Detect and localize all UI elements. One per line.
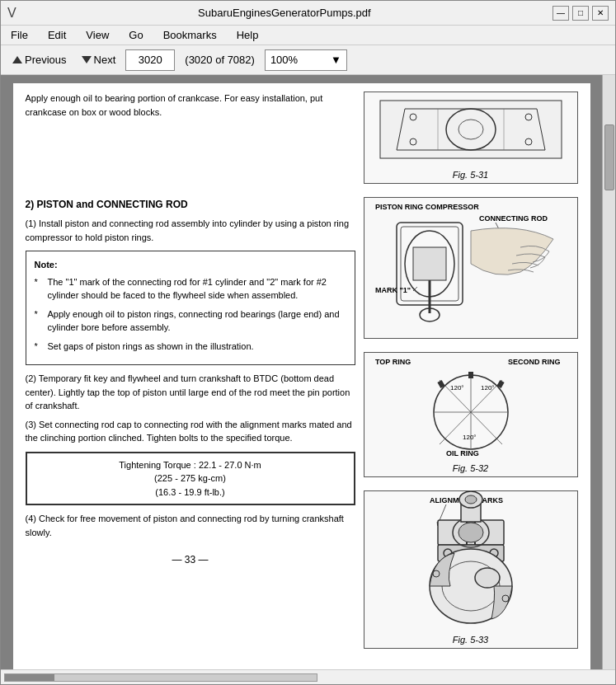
page-number-input[interactable] xyxy=(125,49,175,71)
section-2-heading: 2) PISTON and CONNECTING ROD xyxy=(26,197,355,212)
zoom-dropdown-arrow: ▼ xyxy=(331,54,341,66)
figure-31-box: Fig. 5-31 xyxy=(364,91,578,184)
svg-text:PISTON RING COMPRESSOR: PISTON RING COMPRESSOR xyxy=(375,203,479,211)
item-4-text: (4) Check for free movement of piston an… xyxy=(26,512,355,539)
title-bar: V SubaruEnginesGeneratorPumps.pdf — □ ✕ xyxy=(1,1,615,26)
menu-view[interactable]: View xyxy=(82,28,112,42)
fig-31-caption: Fig. 5-31 xyxy=(449,167,491,183)
bullet-3: * Set gaps of piston rings as shown in t… xyxy=(35,340,346,354)
note-box: Note: * The "1" mark of the connecting r… xyxy=(26,251,355,365)
fig-31-area: Fig. 5-31 xyxy=(364,91,578,190)
svg-point-52 xyxy=(475,568,500,588)
bullet-1: * The "1" mark of the connecting rod for… xyxy=(35,275,346,303)
horizontal-scroll-indicator[interactable] xyxy=(4,673,317,682)
scroll-thumb-vertical[interactable] xyxy=(604,124,614,190)
svg-text:TOP RING: TOP RING xyxy=(375,358,411,366)
menu-file[interactable]: File xyxy=(7,28,31,42)
svg-rect-15 xyxy=(413,247,446,280)
zoom-value: 100% xyxy=(270,54,298,66)
bullet-1-text: The "1" mark of the connecting rod for #… xyxy=(48,275,346,303)
top-section: Apply enough oil to bearing portion of c… xyxy=(26,91,578,190)
note-label: Note: xyxy=(35,258,346,272)
item-3-text: (3) Set connecting rod cap to connecting… xyxy=(26,418,355,445)
application-window: V SubaruEnginesGeneratorPumps.pdf — □ ✕ … xyxy=(0,0,616,685)
item-3: (3) Set connecting rod cap to connecting… xyxy=(26,418,355,445)
content-area: Apply enough oil to bearing portion of c… xyxy=(1,75,615,669)
svg-point-46 xyxy=(458,523,483,542)
app-icon: V xyxy=(7,6,16,21)
svg-text:120°: 120° xyxy=(450,384,464,392)
window-controls: — □ ✕ xyxy=(553,6,609,21)
svg-text:CONNECTING ROD: CONNECTING ROD xyxy=(479,214,548,223)
item-1-text: (1) Install piston and connecting rod as… xyxy=(26,217,355,244)
torque-line2: (225 - 275 kg-cm) xyxy=(35,472,346,486)
figure-33-box: ALIGNMENT MARKS xyxy=(364,490,578,649)
torque-line3: (16.3 - 19.9 ft-lb.) xyxy=(35,486,346,500)
figure-32-top-svg: PISTON RING COMPRESSOR CONNECTING ROD xyxy=(372,198,570,338)
figure-33-diagram: ALIGNMENT MARKS xyxy=(364,491,577,631)
figure-32-top-box: PISTON RING COMPRESSOR CONNECTING ROD xyxy=(364,197,578,339)
scroll-thumb-horizontal[interactable] xyxy=(5,674,54,681)
figure-32-bottom-box: TOP RING SECOND RING xyxy=(364,352,578,477)
minimize-button[interactable]: — xyxy=(553,6,569,21)
next-button[interactable]: Next xyxy=(77,51,121,68)
left-column: 2) PISTON and CONNECTING ROD (1) Install… xyxy=(26,197,355,655)
previous-icon xyxy=(12,56,22,63)
bullet-3-text: Set gaps of piston rings as shown in the… xyxy=(48,340,254,354)
top-left-text: Apply enough oil to bearing portion of c… xyxy=(26,91,355,190)
fig-33-caption: Fig. 5-33 xyxy=(449,631,491,648)
toolbar: Previous Next (3020 of 7082) 100% ▼ xyxy=(1,45,615,75)
menu-edit[interactable]: Edit xyxy=(45,28,69,42)
menu-go[interactable]: Go xyxy=(125,28,146,42)
maximize-button[interactable]: □ xyxy=(572,6,589,21)
pdf-page: Apply enough oil to bearing portion of c… xyxy=(13,83,590,669)
page-number: — 33 — xyxy=(26,552,355,567)
bullet-star-2: * xyxy=(35,307,45,335)
figure-32-top-diagram: PISTON RING COMPRESSOR CONNECTING ROD xyxy=(364,198,577,338)
figure-33-svg: ALIGNMENT MARKS xyxy=(372,491,570,631)
figure-31-svg xyxy=(372,92,570,167)
svg-text:120°: 120° xyxy=(481,384,495,392)
top-text-1: Apply enough oil to bearing portion of c… xyxy=(26,91,355,119)
bullet-star-3: * xyxy=(35,340,45,354)
page-container[interactable]: Apply enough oil to bearing portion of c… xyxy=(1,75,602,669)
svg-rect-29 xyxy=(468,372,473,378)
next-icon xyxy=(82,56,92,63)
item-2-text: (2) Temporary fit key and flywheel and t… xyxy=(26,372,355,413)
item-1: (1) Install piston and connecting rod as… xyxy=(26,217,355,244)
bullet-2: * Apply enough oil to piston rings, conn… xyxy=(35,307,346,335)
svg-text:MARK "1": MARK "1" xyxy=(375,286,411,294)
svg-text:OIL RING: OIL RING xyxy=(446,449,479,457)
bullet-star-1: * xyxy=(35,275,45,303)
item-2: (2) Temporary fit key and flywheel and t… xyxy=(26,372,355,413)
title-bar-left: V xyxy=(7,6,16,21)
fig-32-caption: Fig. 5-32 xyxy=(449,460,491,476)
svg-point-49 xyxy=(465,495,477,504)
svg-text:120°: 120° xyxy=(463,434,477,441)
previous-button[interactable]: Previous xyxy=(7,51,72,68)
right-column: PISTON RING COMPRESSOR CONNECTING ROD xyxy=(364,197,578,655)
pdf-main-content: 2) PISTON and CONNECTING ROD (1) Install… xyxy=(26,197,578,655)
figure-32-bottom-diagram: TOP RING SECOND RING xyxy=(364,353,577,460)
menu-help[interactable]: Help xyxy=(233,28,262,42)
previous-label: Previous xyxy=(25,54,67,66)
figure-31-diagram xyxy=(364,92,577,167)
menu-bookmarks[interactable]: Bookmarks xyxy=(160,28,220,42)
svg-text:SECOND RING: SECOND RING xyxy=(508,358,561,366)
status-bar xyxy=(1,669,615,684)
torque-line1: Tightening Torque : 22.1 - 27.0 N·m xyxy=(35,458,346,472)
vertical-scrollbar[interactable] xyxy=(602,75,615,669)
figure-32-bottom-svg: TOP RING SECOND RING xyxy=(372,353,570,460)
bullet-2-text: Apply enough oil to piston rings, connec… xyxy=(48,307,346,335)
close-button[interactable]: ✕ xyxy=(592,6,609,21)
window-title: SubaruEnginesGeneratorPumps.pdf xyxy=(16,7,553,19)
next-label: Next xyxy=(94,54,116,66)
torque-box: Tightening Torque : 22.1 - 27.0 N·m (225… xyxy=(26,452,355,506)
menu-bar: File Edit View Go Bookmarks Help xyxy=(1,26,615,45)
zoom-dropdown[interactable]: 100% ▼ xyxy=(265,49,347,71)
item-4: (4) Check for free movement of piston an… xyxy=(26,512,355,539)
page-info: (3020 of 7082) xyxy=(185,54,255,66)
